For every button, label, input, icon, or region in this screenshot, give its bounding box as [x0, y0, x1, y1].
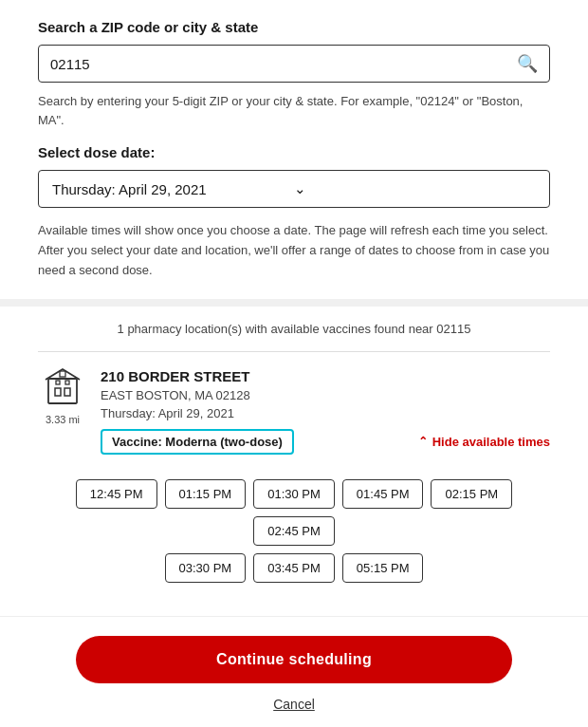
svg-rect-4 — [65, 381, 69, 384]
search-input-wrapper: 🔍 — [38, 45, 550, 83]
chevron-up-icon: ⌃ — [418, 435, 428, 448]
divider — [38, 351, 550, 352]
search-input[interactable] — [50, 56, 517, 72]
results-section: 1 pharmacy location(s) with available va… — [0, 307, 588, 606]
search-button[interactable]: 🔍 — [517, 53, 538, 74]
pharmacy-date: Thursday: April 29, 2021 — [101, 404, 550, 423]
svg-rect-1 — [55, 388, 61, 396]
time-slot-button[interactable]: 03:30 PM — [165, 553, 247, 583]
svg-rect-0 — [48, 379, 77, 403]
time-slot-button[interactable]: 02:15 PM — [431, 479, 512, 509]
svg-rect-2 — [64, 388, 70, 396]
dose-date-select[interactable]: Thursday: April 29, 2021 ⌄ — [38, 170, 550, 208]
time-slot-button[interactable]: 12:45 PM — [76, 479, 157, 509]
time-slots-section: 12:45 PM01:15 PM01:30 PM01:45 PM02:15 PM… — [38, 479, 550, 590]
hide-times-button[interactable]: ⌃ Hide available times — [418, 435, 550, 449]
cancel-button[interactable]: Cancel — [273, 697, 315, 712]
hide-times-label: Hide available times — [432, 435, 550, 449]
svg-rect-5 — [60, 371, 65, 377]
date-hint: Available times will show once you choos… — [38, 221, 550, 280]
search-label: Search a ZIP code or city & state — [38, 19, 550, 35]
pharmacy-vaccine-row: Vaccine: Moderna (two-dose) ⌃ Hide avail… — [101, 429, 550, 455]
pharmacy-building-icon — [43, 367, 83, 410]
pharmacy-card: 3.33 mi 210 BORDER STREET EAST BOSTON, M… — [38, 367, 550, 590]
pharmacy-name: 210 BORDER STREET — [101, 367, 550, 386]
dose-date-value: Thursday: April 29, 2021 — [52, 181, 294, 197]
svg-rect-3 — [56, 381, 60, 384]
time-slot-button[interactable]: 01:15 PM — [165, 479, 247, 509]
bottom-section: Continue scheduling Cancel — [0, 616, 588, 727]
time-slot-button[interactable]: 01:45 PM — [342, 479, 424, 509]
time-slot-button[interactable]: 05:15 PM — [342, 553, 424, 583]
pharmacy-header: 3.33 mi 210 BORDER STREET EAST BOSTON, M… — [38, 367, 550, 455]
search-section: Search a ZIP code or city & state 🔍 Sear… — [0, 0, 588, 307]
time-slots-row-2: 03:30 PM03:45 PM05:15 PM — [38, 553, 550, 583]
chevron-down-icon: ⌄ — [294, 180, 536, 197]
vaccine-badge: Vaccine: Moderna (two-dose) — [101, 429, 294, 455]
pharmacy-distance: 3.33 mi — [46, 414, 80, 425]
pharmacy-icon-wrap: 3.33 mi — [38, 367, 87, 425]
time-slot-button[interactable]: 01:30 PM — [253, 479, 335, 509]
time-slot-button[interactable]: 02:45 PM — [253, 516, 335, 546]
time-slot-button[interactable]: 03:45 PM — [253, 553, 335, 583]
results-count: 1 pharmacy location(s) with available va… — [38, 322, 550, 336]
continue-scheduling-button[interactable]: Continue scheduling — [76, 636, 512, 683]
search-icon: 🔍 — [517, 54, 538, 73]
search-hint: Search by entering your 5-digit ZIP or y… — [38, 92, 550, 129]
pharmacy-info: 210 BORDER STREET EAST BOSTON, MA 02128 … — [101, 367, 550, 455]
time-slots-row-1: 12:45 PM01:15 PM01:30 PM01:45 PM02:15 PM… — [38, 479, 550, 546]
pharmacy-address: EAST BOSTON, MA 02128 — [101, 386, 550, 405]
dose-date-label: Select dose date: — [38, 144, 550, 160]
